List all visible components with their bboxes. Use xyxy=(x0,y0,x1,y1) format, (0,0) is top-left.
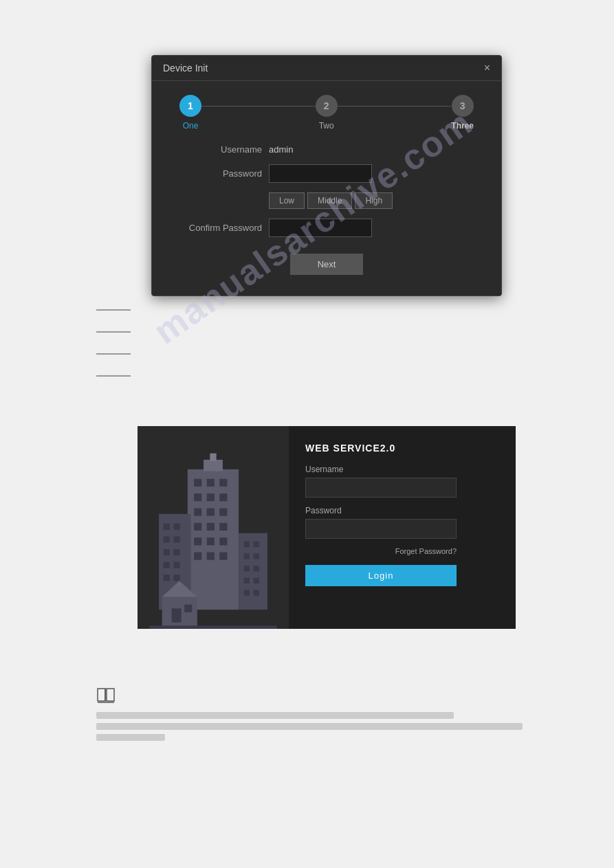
svg-rect-15 xyxy=(219,537,227,545)
username-value: admin xyxy=(269,144,293,155)
step-2-circle: 2 xyxy=(316,95,338,117)
svg-rect-48 xyxy=(98,689,105,701)
svg-rect-3 xyxy=(219,479,227,487)
svg-rect-9 xyxy=(219,509,227,516)
line-3 xyxy=(96,353,131,355)
step-3: 3 Three xyxy=(451,95,474,131)
confirm-password-input[interactable] xyxy=(269,219,372,237)
svg-rect-4 xyxy=(194,493,201,501)
svg-rect-14 xyxy=(207,537,215,545)
step-1: 1 One xyxy=(179,95,201,131)
svg-rect-24 xyxy=(164,536,170,542)
forget-password-link[interactable]: Forget Password? xyxy=(305,547,457,555)
svg-rect-46 xyxy=(184,605,192,612)
username-row: Username admin xyxy=(179,144,474,155)
svg-rect-29 xyxy=(173,562,179,568)
note-line-1 xyxy=(96,712,454,719)
svg-rect-47 xyxy=(149,625,277,629)
svg-rect-5 xyxy=(207,493,215,501)
confirm-password-row: Confirm Password xyxy=(179,219,474,237)
login-password-label: Password xyxy=(305,506,499,515)
svg-rect-40 xyxy=(254,578,259,583)
svg-rect-49 xyxy=(107,689,114,701)
login-left xyxy=(138,426,289,629)
svg-rect-33 xyxy=(244,542,250,547)
svg-rect-19 xyxy=(204,460,223,471)
dialog-header: Device Init × xyxy=(152,56,501,81)
svg-rect-22 xyxy=(164,524,170,530)
svg-rect-23 xyxy=(173,524,179,530)
svg-rect-13 xyxy=(194,537,201,545)
confirm-password-label: Confirm Password xyxy=(179,223,269,233)
step-line-2-3 xyxy=(338,106,452,107)
svg-rect-16 xyxy=(194,553,201,560)
login-username-input[interactable] xyxy=(305,478,457,498)
svg-rect-2 xyxy=(207,479,215,487)
svg-rect-8 xyxy=(207,509,215,516)
svg-rect-12 xyxy=(219,523,227,531)
note-section xyxy=(96,687,543,745)
line-4 xyxy=(96,375,131,377)
login-button[interactable]: Login xyxy=(305,565,457,586)
note-line-2 xyxy=(96,723,523,730)
next-row: Next xyxy=(179,247,474,282)
login-right: WEB SERVICE2.0 Username Password Forget … xyxy=(289,426,516,629)
strength-low-button[interactable]: Low xyxy=(269,192,305,209)
svg-rect-36 xyxy=(254,553,259,559)
dialog-close-button[interactable]: × xyxy=(484,63,490,74)
svg-rect-7 xyxy=(194,509,201,516)
svg-rect-39 xyxy=(244,578,250,583)
svg-rect-18 xyxy=(219,553,227,560)
svg-rect-26 xyxy=(164,549,170,555)
step-line-1-2 xyxy=(201,106,316,107)
step-1-circle: 1 xyxy=(179,95,201,117)
login-panel: WEB SERVICE2.0 Username Password Forget … xyxy=(138,426,516,629)
line-2 xyxy=(96,331,131,333)
webservice-title: WEB SERVICE2.0 xyxy=(305,443,499,454)
svg-rect-38 xyxy=(254,566,259,571)
svg-rect-35 xyxy=(244,553,250,559)
dialog-title: Device Init xyxy=(163,63,208,74)
strength-high-button[interactable]: High xyxy=(355,192,393,209)
password-label: Password xyxy=(179,168,269,179)
line-1 xyxy=(96,309,131,311)
svg-rect-31 xyxy=(173,575,179,581)
svg-rect-45 xyxy=(172,608,182,622)
svg-rect-37 xyxy=(244,566,250,571)
svg-rect-27 xyxy=(173,549,179,555)
login-password-input[interactable] xyxy=(305,519,457,539)
svg-rect-34 xyxy=(254,542,259,547)
next-button[interactable]: Next xyxy=(290,254,364,275)
step-2-label: Two xyxy=(319,121,334,131)
svg-rect-10 xyxy=(194,523,201,531)
strength-row: Low Middle High xyxy=(179,192,474,209)
step-3-circle: 3 xyxy=(452,95,474,117)
svg-rect-41 xyxy=(244,590,250,595)
building-illustration xyxy=(144,450,282,629)
svg-rect-42 xyxy=(254,590,259,595)
device-init-form: Username admin Password Low Middle High … xyxy=(152,137,501,296)
strength-middle-button[interactable]: Middle xyxy=(307,192,352,209)
svg-rect-25 xyxy=(173,536,179,542)
step-1-label: One xyxy=(183,121,199,131)
svg-rect-11 xyxy=(207,523,215,531)
svg-rect-28 xyxy=(164,562,170,568)
svg-rect-17 xyxy=(207,553,215,560)
login-username-label: Username xyxy=(305,465,499,474)
note-book-icon xyxy=(96,687,543,706)
svg-rect-32 xyxy=(239,533,267,610)
stepper: 1 One 2 Two 3 Three xyxy=(152,81,501,137)
svg-rect-30 xyxy=(164,575,170,581)
svg-rect-6 xyxy=(219,493,227,501)
svg-rect-20 xyxy=(210,454,216,461)
username-label: Username xyxy=(179,144,269,155)
step-3-label: Three xyxy=(451,121,474,131)
device-init-dialog: Device Init × 1 One 2 Two 3 Three Userna… xyxy=(151,55,502,296)
lines-section xyxy=(96,309,131,397)
svg-rect-1 xyxy=(194,479,201,487)
password-row: Password xyxy=(179,164,474,183)
password-input[interactable] xyxy=(269,164,372,183)
step-2: 2 Two xyxy=(316,95,338,131)
note-line-3 xyxy=(96,734,165,741)
